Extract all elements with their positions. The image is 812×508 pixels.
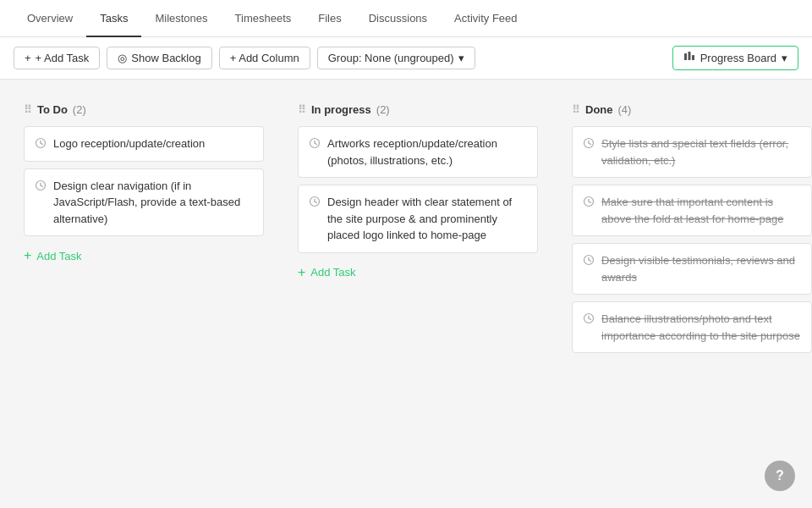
clock-icon xyxy=(309,137,321,149)
column-header-todo: ⠿ To Do (2) xyxy=(24,103,264,116)
add-task-link-label: Add Task xyxy=(310,266,355,279)
task-text: Design clear navigation (if in JavaScrip… xyxy=(53,178,253,228)
add-column-label: + Add Column xyxy=(230,52,299,64)
group-button[interactable]: Group: None (ungrouped) ▾ xyxy=(317,47,475,69)
toolbar: + + Add Task ◎ Show Backlog + Add Column… xyxy=(0,37,812,80)
task-text: Logo reception/update/creation xyxy=(53,135,205,152)
column-title: Done xyxy=(585,103,613,116)
svg-line-17 xyxy=(589,143,591,145)
progress-board-chevron-icon: ▾ xyxy=(782,52,787,64)
plus-icon: + xyxy=(25,52,31,64)
add-task-label: + Add Task xyxy=(36,52,90,64)
svg-rect-1 xyxy=(688,52,690,60)
clock-icon xyxy=(35,179,47,191)
drag-handle-icon: ⠿ xyxy=(298,103,306,116)
task-card[interactable]: Artworks reception/update/creation (phot… xyxy=(298,126,538,178)
tab-tasks[interactable]: Tasks xyxy=(86,0,141,37)
tab-activity-feed[interactable]: Activity Feed xyxy=(441,0,530,37)
tab-discussions[interactable]: Discussions xyxy=(355,0,441,37)
add-task-link-label: Add Task xyxy=(36,250,81,262)
progress-board-button[interactable]: Progress Board ▾ xyxy=(672,46,798,70)
column-title: To Do xyxy=(37,103,68,116)
clock-icon xyxy=(35,137,47,149)
column-count: (2) xyxy=(376,103,390,116)
svg-line-23 xyxy=(589,260,591,262)
show-backlog-label: Show Backlog xyxy=(131,52,200,64)
task-card[interactable]: Style lists and special text fields (err… xyxy=(572,126,812,178)
column-count: (4) xyxy=(618,103,632,116)
tab-files[interactable]: Files xyxy=(304,0,354,37)
drag-handle-icon: ⠿ xyxy=(572,103,580,116)
board: ⠿ To Do (2) Logo reception/update/creati… xyxy=(0,80,812,508)
task-text: Make sure that important content is abov… xyxy=(601,194,801,227)
show-backlog-button[interactable]: ◎ Show Backlog xyxy=(107,47,211,69)
plus-icon: + xyxy=(298,265,305,280)
column-count: (2) xyxy=(73,103,86,116)
task-card[interactable]: Design header with clear statement of th… xyxy=(298,185,538,253)
column-done: ⠿ Done (4) Style lists and special text … xyxy=(562,93,812,496)
nav-tabs: OverviewTasksMilestonesTimesheetsFilesDi… xyxy=(0,0,812,37)
clock-icon xyxy=(583,196,595,207)
progress-board-label: Progress Board xyxy=(700,52,776,64)
column-header-inprogress: ⠿ In progress (2) xyxy=(298,103,538,116)
tab-milestones[interactable]: Milestones xyxy=(141,0,221,37)
column-header-done: ⠿ Done (4) xyxy=(572,103,812,116)
tab-overview[interactable]: Overview xyxy=(14,0,86,37)
svg-line-11 xyxy=(315,143,317,145)
help-button[interactable]: ? xyxy=(765,461,795,491)
task-card[interactable]: Design visible testimonials, reviews and… xyxy=(572,243,812,295)
column-inprogress: ⠿ In progress (2) Artworks reception/upd… xyxy=(288,93,548,496)
task-text: Design visible testimonials, reviews and… xyxy=(601,252,801,285)
column-title: In progress xyxy=(311,103,371,116)
svg-line-26 xyxy=(589,318,591,320)
svg-rect-2 xyxy=(692,55,694,60)
svg-rect-0 xyxy=(684,53,687,60)
task-text: Design header with clear statement of th… xyxy=(327,194,527,244)
question-mark-icon: ? xyxy=(776,468,784,483)
plus-icon: + xyxy=(24,248,31,263)
svg-line-20 xyxy=(589,202,591,203)
clock-icon xyxy=(309,196,321,207)
svg-line-8 xyxy=(41,185,43,187)
clock-icon xyxy=(583,254,595,266)
task-text: Balance illustrations/photo and text imp… xyxy=(601,311,801,344)
task-text: Artworks reception/update/creation (phot… xyxy=(327,135,527,168)
task-card[interactable]: Make sure that important content is abov… xyxy=(572,185,812,236)
task-text: Style lists and special text fields (err… xyxy=(601,135,801,168)
drag-handle-icon: ⠿ xyxy=(24,103,32,116)
clock-icon xyxy=(583,312,595,324)
chevron-down-icon: ▾ xyxy=(458,52,464,64)
add-column-button[interactable]: + Add Column xyxy=(219,47,310,69)
add-task-link[interactable]: +Add Task xyxy=(298,262,538,284)
tab-timesheets[interactable]: Timesheets xyxy=(222,0,305,37)
add-task-button[interactable]: + + Add Task xyxy=(14,47,100,69)
add-task-link[interactable]: +Add Task xyxy=(24,245,264,267)
column-todo: ⠿ To Do (2) Logo reception/update/creati… xyxy=(14,93,274,496)
group-label: Group: None (ungrouped) xyxy=(328,52,454,64)
eye-icon: ◎ xyxy=(118,52,127,64)
task-card[interactable]: Logo reception/update/creation xyxy=(24,126,264,162)
task-card[interactable]: Balance illustrations/photo and text imp… xyxy=(572,301,812,353)
clock-icon xyxy=(583,137,595,149)
svg-line-5 xyxy=(41,143,43,145)
progress-board-icon xyxy=(683,51,695,65)
svg-line-14 xyxy=(315,202,317,203)
task-card[interactable]: Design clear navigation (if in JavaScrip… xyxy=(24,168,264,237)
